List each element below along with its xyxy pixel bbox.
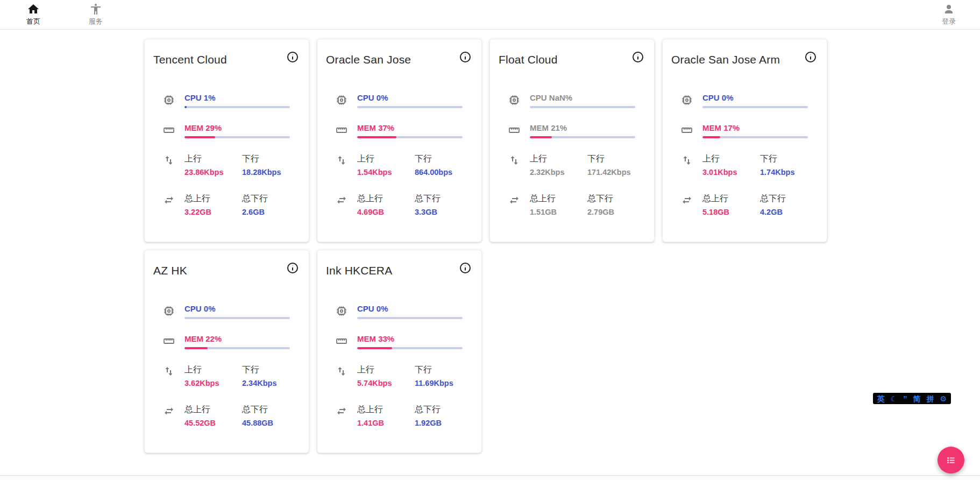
server-card-body: CPU 0% MEM 37%	[317, 93, 481, 233]
total-download-value: 4.2GB	[760, 208, 818, 216]
mem-row: MEM 37%	[326, 123, 473, 153]
server-card-body: CPU 1% MEM 29%	[145, 93, 309, 233]
memory-ruler-icon	[499, 123, 530, 137]
total-upload-label: 总上行	[357, 404, 415, 415]
gear-icon[interactable]: ⚙	[940, 395, 947, 403]
total-download-label: 总下行	[415, 404, 472, 415]
cpu-row: CPU 1%	[153, 93, 300, 123]
mem-meter: MEM 22%	[184, 334, 290, 349]
server-name: Ink HKCERA	[326, 261, 392, 277]
download-speed: 下行 2.34Kbps	[242, 364, 300, 387]
total-upload-value: 5.18GB	[702, 208, 760, 216]
total-columns: 总上行 4.69GB 总下行 3.3GB	[357, 193, 473, 216]
nav-item-home[interactable]: 首页	[18, 3, 48, 26]
download-label: 下行	[415, 364, 472, 376]
total-download-label: 总下行	[760, 193, 818, 204]
total-upload: 总上行 4.69GB	[357, 193, 415, 216]
speed-row: 上行 1.54Kbps 下行 864.00bps	[326, 153, 473, 193]
server-name: Tencent Cloud	[153, 50, 227, 66]
speed-columns: 上行 5.74Kbps 下行 11.69Kbps	[357, 364, 473, 387]
cpu-usage-label: CPU 0%	[357, 304, 463, 313]
mem-progress-fill	[530, 136, 552, 138]
server-card-header: Oracle San Jose	[326, 50, 473, 66]
info-icon[interactable]	[286, 261, 300, 275]
cpu-meter: CPU 1%	[184, 93, 290, 108]
quote-icon[interactable]: ’’	[903, 395, 907, 403]
ime-pinyin-label[interactable]: 拼	[926, 395, 934, 403]
info-icon[interactable]	[459, 50, 473, 64]
total-upload-value: 1.41GB	[357, 419, 415, 427]
upload-label: 上行	[702, 153, 760, 165]
total-download-value: 2.79GB	[587, 208, 645, 216]
download-value: 171.42Kbps	[587, 168, 645, 177]
speed-columns: 上行 3.01Kbps 下行 1.74Kbps	[702, 153, 818, 177]
total-download: 总下行 1.92GB	[415, 404, 472, 427]
mem-meter: MEM 33%	[357, 334, 463, 349]
speed-row: 上行 23.86Kbps 下行 18.28Kbps	[153, 153, 300, 193]
speed-columns: 上行 1.54Kbps 下行 864.00bps	[357, 153, 473, 177]
info-icon[interactable]	[804, 50, 818, 64]
server-card-body: CPU 0% MEM 17%	[663, 93, 827, 233]
mem-row: MEM 33%	[326, 334, 473, 364]
total-columns: 总上行 3.22GB 总下行 2.6GB	[184, 193, 300, 216]
total-columns: 总上行 1.41GB 总下行 1.92GB	[357, 404, 473, 427]
total-upload-label: 总上行	[357, 193, 415, 204]
server-card-body: CPU 0% MEM 33%	[317, 304, 481, 444]
total-download: 总下行 2.6GB	[242, 193, 300, 216]
upload-speed: 上行 5.74Kbps	[357, 364, 415, 387]
upload-label: 上行	[530, 153, 587, 165]
upload-label: 上行	[184, 364, 242, 376]
cpu-progress-bar	[357, 317, 463, 319]
mem-usage-label: MEM 37%	[357, 123, 463, 132]
info-icon[interactable]	[459, 261, 473, 275]
server-card-header: Ink HKCERA	[326, 261, 473, 277]
speed-row: 上行 3.01Kbps 下行 1.74Kbps	[671, 153, 818, 193]
server-card: AZ HK CPU 0%	[144, 250, 309, 453]
info-icon[interactable]	[286, 50, 300, 64]
download-speed: 下行 1.74Kbps	[760, 153, 818, 177]
total-download: 总下行 4.2GB	[760, 193, 818, 216]
mem-row: MEM 22%	[153, 334, 300, 364]
nav-item-login[interactable]: 登录	[934, 3, 964, 26]
total-upload-label: 总上行	[702, 193, 760, 204]
mem-usage-label: MEM 29%	[184, 123, 290, 132]
info-icon[interactable]	[631, 50, 645, 64]
memory-ruler-icon	[153, 123, 184, 137]
top-nav: 首页 服务 登录	[0, 0, 980, 30]
swap-vert-icon	[326, 153, 357, 167]
ime-language-label[interactable]: 英	[877, 395, 885, 403]
total-row: 总上行 1.51GB 总下行 2.79GB	[499, 193, 645, 233]
swap-horiz-icon	[153, 404, 184, 418]
mem-row: MEM 21%	[499, 123, 645, 153]
cpu-meter: CPU 0%	[357, 93, 463, 108]
server-list-fab[interactable]	[938, 447, 964, 474]
nav-item-services[interactable]: 服务	[81, 3, 111, 26]
server-card: Oracle San Jose Arm CPU 0%	[662, 39, 827, 242]
swap-horiz-icon	[153, 193, 184, 207]
total-columns: 总上行 5.18GB 总下行 4.2GB	[702, 193, 818, 216]
mem-progress-bar	[357, 136, 463, 138]
home-icon	[27, 3, 40, 16]
speed-columns: 上行 23.86Kbps 下行 18.28Kbps	[184, 153, 300, 177]
upload-speed: 上行 1.54Kbps	[357, 153, 415, 177]
mem-progress-fill	[357, 347, 392, 349]
ime-simplified-label[interactable]: 简	[913, 395, 920, 403]
mem-progress-fill	[184, 136, 215, 138]
cpu-meter: CPU NaN%	[530, 93, 635, 108]
server-card-header: AZ HK	[153, 261, 300, 277]
footer-divider	[0, 475, 980, 480]
download-label: 下行	[415, 153, 472, 165]
download-label: 下行	[242, 153, 300, 165]
speed-columns: 上行 3.62Kbps 下行 2.34Kbps	[184, 364, 300, 387]
cpu-row: CPU 0%	[326, 304, 473, 334]
total-upload-value: 4.69GB	[357, 208, 415, 216]
total-upload: 总上行 1.41GB	[357, 404, 415, 427]
total-columns: 总上行 1.51GB 总下行 2.79GB	[530, 193, 645, 216]
ime-toolbar: 英 ☾ ’’ 简 拼 ⚙	[873, 393, 951, 404]
cpu-progress-bar	[530, 106, 635, 108]
moon-icon[interactable]: ☾	[891, 395, 898, 403]
cpu-progress-bar	[184, 317, 290, 319]
mem-progress-fill	[357, 136, 396, 138]
upload-value: 1.54Kbps	[357, 168, 415, 177]
upload-value: 3.62Kbps	[184, 379, 242, 387]
